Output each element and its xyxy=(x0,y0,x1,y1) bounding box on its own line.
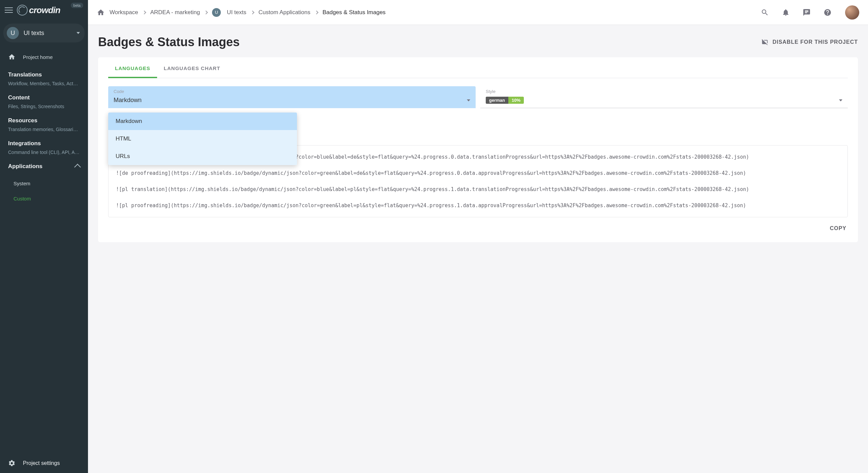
chevron-right-icon xyxy=(142,10,146,14)
sidebar-item-label: Project home xyxy=(23,54,53,60)
sidebar: crowdin beta U UI texts Project home Tra… xyxy=(0,0,88,473)
group-subtitle: Workflow, Members, Tasks, Act… xyxy=(8,81,80,86)
crumb-current: Badges & Status Images xyxy=(323,9,386,16)
badge-pct: 10% xyxy=(508,97,524,104)
select-label: Style xyxy=(480,86,848,95)
sidebar-group-translations[interactable]: Translations Workflow, Members, Tasks, A… xyxy=(0,65,88,88)
tabs: LANGUAGES LANGUAGES CHART xyxy=(108,57,848,78)
help-icon[interactable] xyxy=(824,8,832,17)
group-title: Translations xyxy=(8,71,80,78)
dropdown-option-urls[interactable]: URLs xyxy=(108,148,297,165)
crumb-workspace[interactable]: Workspace xyxy=(110,9,138,16)
group-subtitle: Translation memories, Glossari… xyxy=(8,127,80,132)
group-title: Integrations xyxy=(8,140,80,147)
project-avatar: U xyxy=(7,27,19,39)
badge-preview: german 10% xyxy=(486,97,524,104)
code-dropdown: Markdown HTML URLs xyxy=(108,113,297,165)
tab-languages-chart[interactable]: LANGUAGES CHART xyxy=(157,57,227,78)
select-value: Markdown xyxy=(114,97,142,104)
logo-mark-icon xyxy=(17,5,28,15)
group-subtitle: Command line tool (CLI), API, A… xyxy=(8,150,80,155)
chevron-right-icon xyxy=(250,10,254,14)
beta-badge: beta xyxy=(71,3,83,8)
sidebar-item-home[interactable]: Project home xyxy=(0,49,88,65)
caret-down-icon xyxy=(77,32,80,34)
crumb-project-avatar: U xyxy=(212,8,221,17)
sidebar-item-system[interactable]: System xyxy=(13,176,88,191)
user-avatar[interactable] xyxy=(845,5,859,20)
sidebar-group-applications[interactable]: Applications xyxy=(0,157,88,176)
topbar: Workspace ARDEA - marketing U UI texts C… xyxy=(88,0,868,25)
home-icon xyxy=(8,53,16,61)
dropdown-option-html[interactable]: HTML xyxy=(108,130,297,148)
menu-icon[interactable] xyxy=(4,5,13,15)
dropdown-option-markdown[interactable]: Markdown xyxy=(108,113,297,130)
crumb-ardea[interactable]: ARDEA - marketing xyxy=(150,9,200,16)
logo[interactable]: crowdin xyxy=(17,5,60,15)
chevron-up-icon xyxy=(74,164,81,170)
logo-text: crowdin xyxy=(29,5,60,15)
chat-icon[interactable] xyxy=(803,8,811,17)
crumb-uitexts[interactable]: UI texts xyxy=(227,9,246,16)
group-title: Applications xyxy=(8,163,42,170)
style-select[interactable]: Style german 10% xyxy=(480,86,848,108)
search-icon[interactable] xyxy=(761,8,769,17)
select-label: Code xyxy=(108,86,476,95)
caret-down-icon xyxy=(467,99,470,101)
copy-button[interactable]: COPY xyxy=(829,223,848,234)
group-title: Resources xyxy=(8,117,80,124)
chevron-right-icon xyxy=(315,10,318,14)
gear-icon xyxy=(8,460,16,467)
sidebar-group-resources[interactable]: Resources Translation memories, Glossari… xyxy=(0,111,88,134)
content-card: LANGUAGES LANGUAGES CHART Code Markdown … xyxy=(98,57,858,242)
disable-project-button[interactable]: DISABLE FOR THIS PROJECT xyxy=(761,38,858,46)
badge-lang: german xyxy=(486,97,508,104)
chevron-right-icon xyxy=(204,10,208,14)
sidebar-group-content[interactable]: Content Files, Strings, Screenshots xyxy=(0,88,88,111)
crumb-custom-apps[interactable]: Custom Applications xyxy=(259,9,310,16)
disable-label: DISABLE FOR THIS PROJECT xyxy=(773,39,858,45)
code-select[interactable]: Code Markdown Markdown HTML URLs xyxy=(108,86,476,108)
sidebar-group-integrations[interactable]: Integrations Command line tool (CLI), AP… xyxy=(0,134,88,157)
project-switcher[interactable]: U UI texts xyxy=(3,24,85,42)
sidebar-item-custom[interactable]: Custom xyxy=(13,191,88,206)
group-subtitle: Files, Strings, Screenshots xyxy=(8,104,80,109)
breadcrumb-home-icon[interactable] xyxy=(97,8,105,17)
bell-icon[interactable] xyxy=(782,8,790,17)
page-title: Badges & Status Images xyxy=(98,35,240,49)
tab-languages[interactable]: LANGUAGES xyxy=(108,57,157,78)
sidebar-item-label: Project settings xyxy=(23,460,60,466)
caret-down-icon xyxy=(839,99,842,101)
breadcrumb: Workspace ARDEA - marketing U UI texts C… xyxy=(110,8,386,17)
group-title: Content xyxy=(8,94,80,101)
project-switch-label: UI texts xyxy=(24,30,72,37)
label-off-icon xyxy=(761,38,769,46)
sidebar-item-settings[interactable]: Project settings xyxy=(0,453,88,473)
